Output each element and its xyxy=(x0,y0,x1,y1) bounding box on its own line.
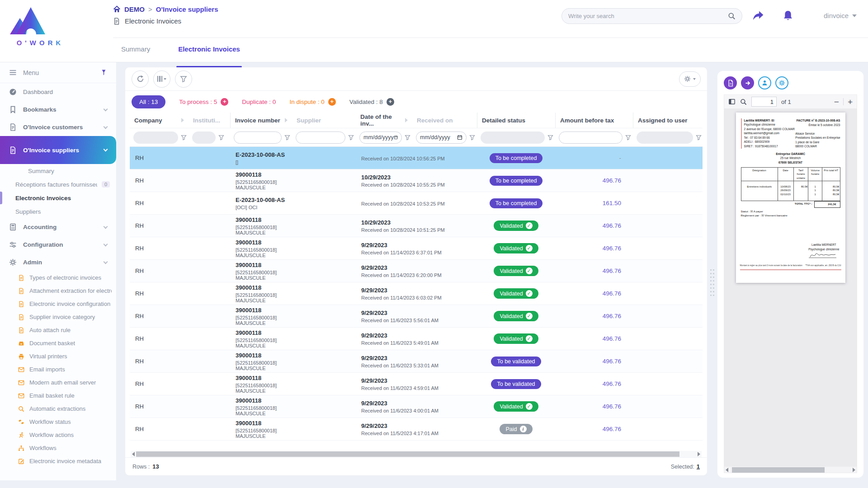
columns-button[interactable] xyxy=(153,70,170,88)
column-header-assigned-to-user[interactable]: Assigned to user xyxy=(633,113,703,128)
column-header-received-on[interactable]: Received on xyxy=(412,113,477,128)
user-menu[interactable]: dinvoice xyxy=(824,12,857,19)
sidebar-admin-electronic-invoice-configuration[interactable]: Electronic invoice configuration xyxy=(0,297,116,310)
column-header-detailed-status[interactable]: Detailed status xyxy=(477,113,555,128)
sidebar-item-admin[interactable]: Admin xyxy=(0,253,116,271)
search-input[interactable] xyxy=(568,13,728,19)
pdf-viewer[interactable]: Laetitia WERNERT- EI Psychologue clinici… xyxy=(724,109,857,467)
table-row[interactable]: RH 39000118 [52251165800018] MAJUSCULE 1… xyxy=(130,169,703,192)
sidebar-item-oinvoice-suppliers[interactable]: O'Invoice suppliers xyxy=(0,136,116,164)
sidebar-admin-workflows[interactable]: Workflows xyxy=(0,441,116,455)
amount-link[interactable]: 161.50 xyxy=(603,200,633,206)
search-icon[interactable] xyxy=(728,12,736,20)
calendar-icon[interactable] xyxy=(457,135,462,140)
funnel-icon[interactable] xyxy=(181,135,187,141)
amount-link[interactable]: - xyxy=(619,155,633,161)
share-button[interactable] xyxy=(752,10,764,22)
sidebar-item-bookmarks[interactable]: Bookmarks xyxy=(0,101,116,118)
filter-input-invoice-number[interactable] xyxy=(234,131,282,144)
refresh-button[interactable] xyxy=(132,70,149,88)
sidebar-admin-document-basket[interactable]: Document basket xyxy=(0,337,116,350)
column-header-invoice-number[interactable]: Invoice number xyxy=(230,113,292,128)
plus-icon[interactable]: + xyxy=(328,98,336,106)
table-row[interactable]: RH 39000118 [52251165800018] MAJUSCULE 9… xyxy=(130,418,703,441)
sidebar-item-accounting[interactable]: Accounting xyxy=(0,218,116,236)
tab-electronic-invoices[interactable]: Electronic Invoices xyxy=(177,43,241,62)
sidebar-item-configuration[interactable]: Configuration xyxy=(0,236,116,253)
assign-user-button[interactable] xyxy=(758,76,771,89)
column-header-amount-before-tax[interactable]: Amount before tax xyxy=(555,113,633,128)
sidebar-subitem-summary[interactable]: Summary xyxy=(0,164,116,178)
amount-link[interactable]: 496.76 xyxy=(603,222,633,229)
filter-tab-duplicate[interactable]: Duplicate : 0 xyxy=(242,99,276,105)
sidebar-item-oinvoice-customers[interactable]: O'Invoice customers xyxy=(0,118,116,136)
table-row[interactable]: RH E-2023-10-008-AS [] Received on 10/28… xyxy=(130,147,703,169)
amount-link[interactable]: 496.76 xyxy=(603,426,633,432)
notifications-button[interactable] xyxy=(782,10,794,22)
column-header-supplier[interactable]: Supplier xyxy=(292,113,356,128)
amount-link[interactable]: 496.76 xyxy=(603,335,633,342)
table-row[interactable]: RH 39000118 [52251165800018] MAJUSCULE 9… xyxy=(130,282,703,305)
sidebar-menu-toggle[interactable]: Menu xyxy=(0,62,116,83)
tab-summary[interactable]: Summary xyxy=(120,43,151,62)
filter-input-amount[interactable] xyxy=(559,131,623,144)
open-invoice-button[interactable] xyxy=(741,76,754,89)
column-header-institution[interactable]: Instituti... xyxy=(189,113,230,128)
funnel-icon[interactable] xyxy=(405,135,410,141)
sidebar-admin-electronic-invoice-metadata[interactable]: Electronic invoice metadata xyxy=(0,455,116,468)
scrollbar-thumb[interactable] xyxy=(136,451,679,457)
scroll-right-icon[interactable] xyxy=(698,452,700,456)
table-row[interactable]: RH 39000118 [52251165800018] MAJUSCULE 9… xyxy=(130,237,703,260)
table-row[interactable]: RH 39000118 [52251165800018] MAJUSCULE 9… xyxy=(130,350,703,373)
sidebar-toggle-icon[interactable] xyxy=(728,98,736,105)
sidebar-subitem-electronic-invoices[interactable]: Electronic Invoices xyxy=(0,191,116,205)
amount-link[interactable]: 496.76 xyxy=(603,177,633,184)
table-row[interactable]: RH 39000118 [52251165800018] MAJUSCULE 9… xyxy=(130,305,703,328)
sidebar-admin-workflow-status[interactable]: Workflow status xyxy=(0,415,116,428)
table-row[interactable]: RH 39000118 [52251165800018] MAJUSCULE 9… xyxy=(130,373,703,395)
amount-link[interactable]: 496.76 xyxy=(603,313,633,319)
filter-button[interactable] xyxy=(175,70,192,88)
table-row[interactable]: RH 39000118 [52251165800018] MAJUSCULE 1… xyxy=(130,215,703,237)
sidebar-admin-types-of-electronic-invoices[interactable]: Types of electronic invoices xyxy=(0,271,116,284)
breadcrumb-home[interactable]: DEMO xyxy=(124,5,145,13)
search-icon[interactable] xyxy=(740,99,747,105)
filter-input-invoice-date[interactable]: mm/dd/yyyy xyxy=(359,131,402,144)
amount-link[interactable]: 496.76 xyxy=(603,358,633,365)
funnel-icon[interactable] xyxy=(696,135,702,141)
scroll-right-icon[interactable] xyxy=(853,468,855,472)
funnel-icon[interactable] xyxy=(284,135,290,141)
funnel-icon[interactable] xyxy=(625,135,631,141)
pin-icon[interactable] xyxy=(100,69,107,76)
scroll-left-icon[interactable] xyxy=(726,468,728,472)
app-logo[interactable]: O'WORK xyxy=(6,3,74,47)
table-row[interactable]: RH 39000118 [52251165800018] MAJUSCULE 9… xyxy=(130,328,703,350)
sidebar-item-dashboard[interactable]: Dashboard xyxy=(0,83,116,101)
calendar-icon[interactable] xyxy=(394,135,398,140)
page-number-input[interactable] xyxy=(751,97,777,107)
sidebar-admin-email-imports[interactable]: Email imports xyxy=(0,363,116,376)
table-row[interactable]: RH 39000118 [52251165800018] MAJUSCULE 9… xyxy=(130,395,703,418)
download-pdf-button[interactable] xyxy=(724,76,737,89)
filter-tab-to-process[interactable]: To process : 5 + xyxy=(179,98,228,106)
filter-tab-all[interactable]: All : 13 xyxy=(132,95,165,108)
zoom-out-button[interactable]: − xyxy=(834,98,839,106)
funnel-icon[interactable] xyxy=(218,135,224,141)
funnel-icon[interactable] xyxy=(348,135,354,141)
amount-link[interactable]: 496.76 xyxy=(603,290,633,297)
sidebar-admin-auto-attach-rule[interactable]: Auto attach rule xyxy=(0,324,116,337)
filter-tab-in-dispute[interactable]: In dispute : 0 + xyxy=(289,98,335,106)
scrollbar-thumb[interactable] xyxy=(732,467,824,473)
sidebar-admin-attachment-extraction[interactable]: Attachment extraction for electron xyxy=(0,284,116,297)
table-settings-button[interactable] xyxy=(679,71,701,87)
panel-resizer[interactable] xyxy=(710,269,715,302)
amount-link[interactable]: 496.76 xyxy=(603,403,633,410)
pdf-horizontal-scrollbar[interactable] xyxy=(724,467,857,473)
amount-link[interactable]: 496.76 xyxy=(603,380,633,387)
plus-icon[interactable]: + xyxy=(221,98,228,106)
table-row[interactable]: RH E-2023-10-008-AS [OCI] OCI Received o… xyxy=(130,192,703,215)
sidebar-subitem-suppliers[interactable]: Suppliers xyxy=(0,205,116,218)
column-header-company[interactable]: Company xyxy=(130,113,189,128)
table-row[interactable]: RH 39000118 [52251165800018] MAJUSCULE 9… xyxy=(130,260,703,282)
sidebar-admin-automatic-extractions[interactable]: Automatic extractions xyxy=(0,402,116,415)
